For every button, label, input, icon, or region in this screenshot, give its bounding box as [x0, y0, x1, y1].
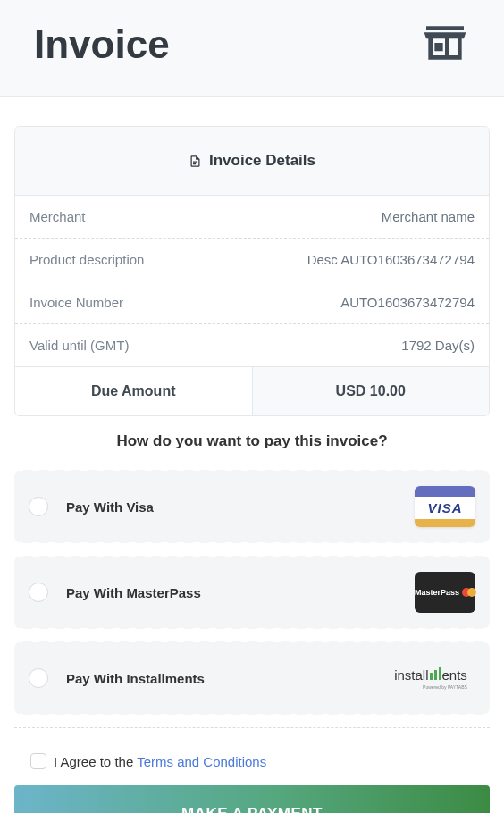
- card-header: Invoice Details: [15, 127, 489, 196]
- detail-row-product: Product description Desc AUTO16036734727…: [15, 239, 489, 281]
- page-title: Invoice: [34, 22, 170, 67]
- installments-icon: install ents Powered by PAYTABS: [386, 658, 475, 699]
- invoice-number-value: AUTO1603673472794: [340, 295, 475, 310]
- store-icon: [420, 18, 470, 71]
- due-amount-label: Due Amount: [15, 367, 253, 415]
- invoice-details-card: Invoice Details Merchant Merchant name P…: [14, 126, 490, 416]
- agree-row: I Agree to the Terms and Conditions: [14, 753, 490, 769]
- product-value: Desc AUTO1603673472794: [307, 252, 475, 267]
- card-header-title: Invoice Details: [209, 152, 315, 170]
- pay-label-visa: Pay With Visa: [66, 499, 415, 515]
- radio-masterpass[interactable]: [29, 583, 48, 602]
- pay-option-masterpass[interactable]: Pay With MasterPass MasterPass: [14, 556, 490, 629]
- merchant-label: Merchant: [29, 209, 86, 224]
- visa-icon: VISA: [415, 486, 475, 527]
- detail-row-valid-until: Valid until (GMT) 1792 Day(s): [15, 324, 489, 366]
- pay-label-installments: Pay With Installments: [66, 671, 386, 686]
- pay-label-masterpass: Pay With MasterPass: [66, 585, 415, 600]
- merchant-value: Merchant name: [382, 209, 475, 224]
- valid-until-value: 1792 Day(s): [401, 338, 475, 353]
- invoice-number-label: Invoice Number: [29, 295, 123, 310]
- divider: [14, 727, 490, 728]
- masterpass-icon: MasterPass: [415, 572, 475, 613]
- document-icon: [189, 155, 202, 168]
- due-amount-value: USD 10.00: [253, 367, 490, 415]
- agree-checkbox[interactable]: [30, 753, 46, 769]
- due-amount-row: Due Amount USD 10.00: [15, 366, 489, 415]
- terms-link[interactable]: Terms and Conditions: [137, 754, 266, 769]
- pay-option-visa[interactable]: Pay With Visa VISA: [14, 470, 490, 543]
- radio-visa[interactable]: [29, 497, 48, 516]
- make-payment-button[interactable]: MAKE A PAYMENT: [14, 785, 490, 813]
- pay-option-installments[interactable]: Pay With Installments install ents Power…: [14, 641, 490, 715]
- detail-row-merchant: Merchant Merchant name: [15, 196, 489, 239]
- detail-row-invoice-number: Invoice Number AUTO1603673472794: [15, 281, 489, 324]
- agree-text: I Agree to the Terms and Conditions: [54, 754, 266, 769]
- valid-until-label: Valid until (GMT): [29, 338, 129, 353]
- payment-question: How do you want to pay this invoice?: [14, 432, 490, 450]
- product-label: Product description: [29, 252, 144, 267]
- radio-installments[interactable]: [29, 668, 48, 688]
- page-header: Invoice: [0, 0, 504, 97]
